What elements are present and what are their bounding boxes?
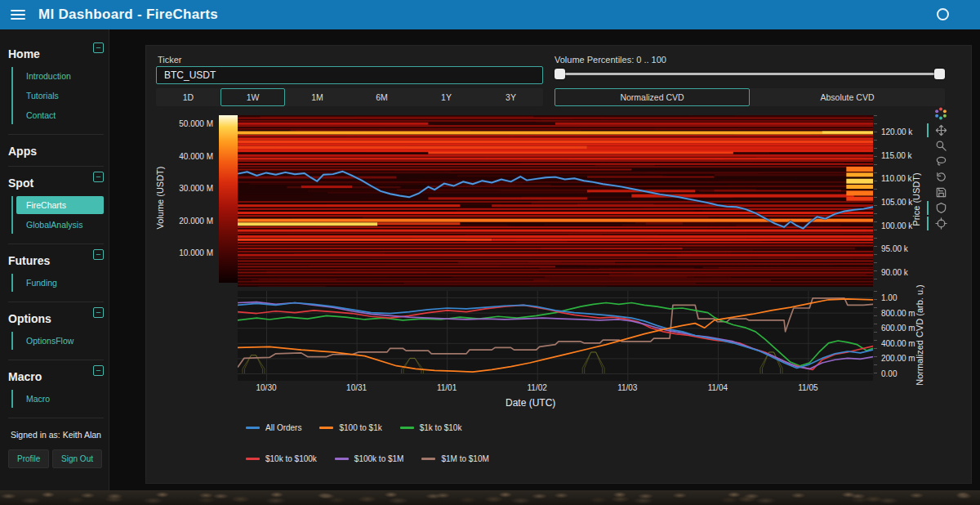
ticker-label: Ticker <box>158 55 182 65</box>
sidebar-item-label: FireCharts <box>26 200 66 210</box>
sidebar-section-futures: Futures−Funding <box>8 244 104 302</box>
axis-tick-label: 11/04 <box>693 383 742 392</box>
reset-axes-icon[interactable] <box>930 169 951 185</box>
axis-tick-label: 10/31 <box>332 383 381 392</box>
timeframe-button-group: 1D1W1M6M1Y3Y <box>156 88 543 106</box>
legend-color-dash <box>246 427 260 429</box>
legend-item-100-to-1k[interactable]: $100 to $1k <box>319 423 381 432</box>
collapse-section-icon[interactable]: − <box>93 42 104 53</box>
legend-item-100k-to-1m[interactable]: $100k to $1M <box>335 454 404 463</box>
collapse-section-icon[interactable]: − <box>93 172 104 182</box>
price-axis-title: Price (USDT) <box>911 154 921 244</box>
legend-label: $100 to $1k <box>339 423 381 432</box>
timeframe-3y-button[interactable]: 3Y <box>479 88 543 106</box>
sidebar-section-title: Macro <box>8 365 42 383</box>
sidebar-item-contact[interactable]: Contact <box>16 106 104 124</box>
collapse-section-icon[interactable]: − <box>93 365 104 376</box>
menu-icon[interactable] <box>11 10 25 20</box>
timeframe-1y-button[interactable]: 1Y <box>414 88 479 106</box>
sidebar-item-funding[interactable]: Funding <box>16 274 104 292</box>
main-panel: Ticker 1D1W1M6M1Y3Y Volume Percentiles: … <box>145 45 972 484</box>
legend-item-1k-to-10k[interactable]: $1k to $10k <box>400 423 462 432</box>
legend-label: $1M to $10M <box>441 454 488 463</box>
legend-label: $10k to $100k <box>265 454 317 463</box>
legend-color-dash <box>335 458 349 460</box>
axis-tick-label: 95.00 k <box>881 244 924 253</box>
sidebar-item-introduction[interactable]: Introduction <box>16 67 104 85</box>
sidebar-section-apps: Apps <box>8 135 104 167</box>
cvd-axis-title: Normalized CVD (arb. u.) <box>915 274 924 396</box>
slider-handle-max[interactable] <box>934 69 945 79</box>
sidebar-section-options: Options−OptionsFlow <box>8 302 104 360</box>
sidebar-item-label: Funding <box>26 278 57 288</box>
profile-button[interactable]: Profile <box>8 449 49 468</box>
ticker-input[interactable] <box>156 66 543 84</box>
pan-icon[interactable] <box>930 123 951 138</box>
hover-closest-icon[interactable] <box>930 200 951 216</box>
axis-tick-label: 40.000 M <box>161 152 213 161</box>
loading-spinner-icon[interactable] <box>937 8 949 20</box>
firechart-heatmap[interactable] <box>238 115 873 287</box>
legend-color-dash <box>319 427 333 429</box>
volume-percentiles-label: Volume Percentiles: 0 .. 100 <box>555 55 666 65</box>
timeframe-1w-button[interactable]: 1W <box>220 88 285 106</box>
save-image-icon[interactable] <box>930 185 951 200</box>
sidebar-item-macro[interactable]: Macro <box>16 390 104 408</box>
sidebar-item-globalanalysis[interactable]: GlobalAnalysis <box>16 216 104 234</box>
sidebar-item-firecharts[interactable]: FireCharts <box>16 196 104 214</box>
timeframe-1m-button[interactable]: 1M <box>285 88 350 106</box>
legend-color-dash <box>421 458 435 460</box>
plotly-logo-icon[interactable] <box>930 105 951 123</box>
sidebar-item-label: Macro <box>26 394 50 404</box>
sidebar-item-label: GlobalAnalysis <box>26 220 82 230</box>
axis-tick-label: 10/30 <box>242 383 291 392</box>
signed-in-text: Signed in as: Keith Alan <box>8 418 104 448</box>
legend-label: $1k to $10k <box>420 423 462 432</box>
sidebar-item-optionsflow[interactable]: OptionsFlow <box>16 332 104 350</box>
sidebar-section-title: Options <box>8 307 51 325</box>
plot-modebar <box>930 105 951 231</box>
axis-tick-label: 50.000 M <box>161 119 213 128</box>
legend-color-dash <box>246 458 260 460</box>
legend-item-10k-to-100k[interactable]: $10k to $100k <box>246 454 317 463</box>
sidebar-item-label: OptionsFlow <box>26 336 74 346</box>
sign-out-button[interactable]: Sign Out <box>52 449 102 468</box>
legend-color-dash <box>400 427 414 429</box>
cvd-mode-normalized-cvd-button[interactable]: Normalized CVD <box>555 88 750 106</box>
x-axis-title: Date (UTC) <box>506 397 555 409</box>
legend-item-all-orders[interactable]: All Orders <box>246 423 301 432</box>
sidebar-section-title: Apps <box>8 140 37 158</box>
collapse-section-icon[interactable]: − <box>93 249 104 260</box>
page-background-texture <box>0 490 980 505</box>
slider-track[interactable] <box>555 73 945 75</box>
timeframe-1d-button[interactable]: 1D <box>156 88 220 106</box>
sidebar-section-title: Spot <box>8 172 33 190</box>
timeframe-6m-button[interactable]: 6M <box>350 88 414 106</box>
page-title: MI Dashboard - FireCharts <box>38 7 218 23</box>
sidebar: Home−IntroductionTutorialsContactAppsSpo… <box>0 29 109 490</box>
axis-tick-label: 11/05 <box>783 383 832 392</box>
sidebar-item-tutorials[interactable]: Tutorials <box>16 87 104 105</box>
volume-axis-title: Volume (USDT) <box>155 153 165 243</box>
cvd-mode-button-group: Normalized CVDAbsolute CVD <box>555 88 945 106</box>
sidebar-item-label: Contact <box>26 110 56 120</box>
toggle-spikelines-icon[interactable] <box>930 216 951 231</box>
axis-tick-label: 30.000 M <box>161 184 213 193</box>
sidebar-section-spot: Spot−FireChartsGlobalAnalysis <box>8 167 104 244</box>
cvd-mode-absolute-cvd-button[interactable]: Absolute CVD <box>750 88 945 106</box>
box-zoom-icon[interactable] <box>930 138 951 154</box>
axis-tick-label: 11/02 <box>513 383 562 392</box>
app-header: MI Dashboard - FireCharts <box>0 0 980 29</box>
axis-tick-label: 120.00 k <box>881 127 924 136</box>
sidebar-item-label: Introduction <box>26 71 71 81</box>
axis-tick-label: 10.000 M <box>161 248 213 257</box>
legend-item-1m-to-10m[interactable]: $1M to $10M <box>421 454 488 463</box>
lasso-select-icon[interactable] <box>930 154 951 169</box>
sidebar-item-label: Tutorials <box>26 91 59 101</box>
legend-label: $100k to $1M <box>354 454 404 463</box>
cvd-line-chart[interactable] <box>238 291 873 381</box>
sidebar-section-title: Home <box>8 42 40 60</box>
volume-percentile-slider <box>555 68 945 79</box>
slider-handle-min[interactable] <box>555 69 565 79</box>
collapse-section-icon[interactable]: − <box>93 307 104 318</box>
